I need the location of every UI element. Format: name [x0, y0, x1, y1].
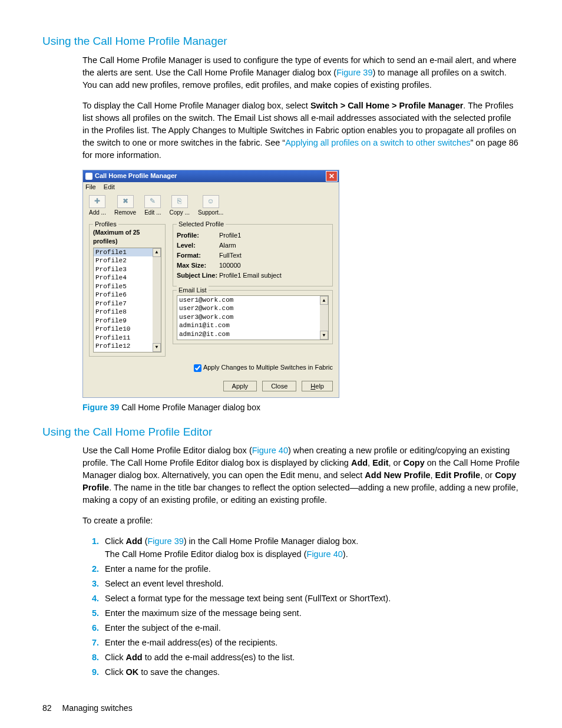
help-button[interactable]: Help [302, 381, 333, 391]
link-figure-39-step[interactable]: Figure 39 [148, 536, 184, 546]
dialog-titlebar[interactable]: Call Home Profile Manager ✕ [83, 170, 339, 182]
close-button[interactable]: Close [262, 381, 296, 391]
list-item[interactable]: admin2@it.com [177, 330, 320, 339]
menu-edit[interactable]: Edit [104, 183, 115, 190]
apply-button[interactable]: Apply [223, 381, 257, 391]
profiles-max-note: (Maximum of 25 profiles) [93, 228, 161, 246]
section-heading-profile-manager: Using the Call Home Profile Manager [42, 33, 520, 50]
link-figure-40-step[interactable]: Figure 40 [307, 549, 343, 559]
list-item[interactable]: Profile10 [94, 325, 153, 334]
list-item[interactable]: Profile7 [94, 299, 153, 308]
list-item[interactable]: Profile9 [94, 317, 153, 325]
close-icon[interactable]: ✕ [326, 171, 338, 182]
profiles-fieldset: Profiles (Maximum of 25 profiles) Profil… [89, 224, 166, 356]
scroll-up-icon[interactable]: ▲ [153, 248, 161, 257]
email-scrollbar[interactable]: ▲ ▼ [320, 296, 328, 340]
apply-multi-checkbox[interactable]: Apply Changes to Multiple Switches in Fa… [191, 364, 333, 371]
call-home-profile-manager-dialog: Call Home Profile Manager ✕ File Edit ✚ … [82, 170, 339, 398]
page-number: 82 [42, 703, 52, 713]
chapter-title: Managing switches [62, 703, 133, 713]
list-item[interactable]: Profile12 [94, 342, 153, 351]
figure-39-caption: Figure 39 Call Home Profile Manager dial… [42, 401, 520, 413]
list-item[interactable]: admin1@it.com [177, 321, 320, 330]
selected-profile-name: Profile1 [219, 231, 241, 241]
copy-button[interactable]: ⎘ Copy ... [170, 195, 190, 218]
list-item[interactable]: Profile5 [94, 282, 153, 291]
list-item[interactable]: user2@work.com [177, 304, 320, 313]
remove-icon: ✖ [117, 195, 134, 208]
email-listbox[interactable]: user1@work.comuser2@work.comuser3@work.c… [177, 295, 329, 340]
list-item[interactable]: user3@work.com [177, 313, 320, 322]
selected-format: FullText [219, 251, 242, 261]
remove-button[interactable]: ✖ Remove [114, 195, 136, 218]
copy-icon: ⎘ [171, 195, 188, 208]
edit-button[interactable]: ✎ Edit ... [144, 195, 161, 218]
para-profile-manager-1: The Call Home Profile Manager is used to… [42, 54, 520, 91]
step-1: Click Add (Figure 39) in the Call Home P… [101, 535, 520, 560]
page-footer: 82Managing switches [42, 702, 133, 714]
step-3: Select an event level threshold. [101, 578, 520, 590]
edit-icon: ✎ [144, 195, 161, 208]
email-list-fieldset: Email List user1@work.comuser2@work.comu… [173, 290, 333, 344]
dialog-title: Call Home Profile Manager [95, 172, 177, 181]
step-2: Enter a name for the profile. [101, 563, 520, 575]
step-8: Click Add to add the e-mail address(es) … [101, 651, 520, 664]
app-icon [85, 173, 92, 180]
section-heading-profile-editor: Using the Call Home Profile Editor [42, 424, 520, 440]
profiles-scrollbar[interactable]: ▲ ▼ [153, 248, 161, 352]
support-button[interactable]: ☺ Support... [198, 195, 223, 218]
scroll-down-icon[interactable]: ▼ [320, 331, 328, 340]
scroll-up-icon[interactable]: ▲ [320, 296, 328, 305]
step-4: Select a format type for the message tex… [101, 592, 520, 605]
list-item[interactable]: Profile2 [94, 256, 153, 265]
selected-subject: Profile1 Email subject [219, 271, 282, 281]
step-7: Enter the e-mail address(es) of the reci… [101, 637, 520, 649]
support-icon: ☺ [203, 195, 219, 208]
add-icon: ✚ [89, 195, 105, 208]
list-item[interactable]: user1@work.com [177, 296, 320, 305]
step-5: Enter the maximum size of the message be… [101, 607, 520, 620]
para-create-profile: To create a profile: [42, 515, 520, 527]
list-item[interactable]: Profile6 [94, 291, 153, 299]
selected-level: Alarm [219, 241, 236, 251]
list-item[interactable]: Profile11 [94, 334, 153, 342]
para-profile-editor-1: Use the Call Home Profile Editor dialog … [42, 444, 520, 506]
link-figure-39[interactable]: Figure 39 [336, 68, 372, 77]
menu-file[interactable]: File [85, 183, 96, 190]
steps-list: Click Add (Figure 39) in the Call Home P… [42, 535, 520, 678]
list-item[interactable]: Profile8 [94, 308, 153, 317]
selected-profile-fieldset: Selected Profile Profile:Profile1 Level:… [173, 224, 333, 286]
list-item[interactable]: Profile4 [94, 274, 153, 282]
step-9: Click OK to save the changes. [101, 666, 520, 678]
list-item[interactable]: Profile3 [94, 265, 153, 274]
scroll-down-icon[interactable]: ▼ [153, 343, 161, 352]
dialog-toolbar: ✚ Add ... ✖ Remove ✎ Edit ... ⎘ Copy ...… [83, 193, 339, 219]
link-apply-profiles[interactable]: Applying all profiles on a switch to oth… [285, 138, 470, 147]
list-item[interactable]: Profile1 [94, 248, 153, 257]
add-button[interactable]: ✚ Add ... [89, 195, 106, 218]
link-figure-40[interactable]: Figure 40 [252, 446, 288, 455]
step-6: Enter the subject of the e-mail. [101, 622, 520, 634]
dialog-menubar: File Edit [83, 182, 339, 193]
profiles-listbox[interactable]: Profile1Profile2Profile3Profile4Profile5… [93, 248, 161, 353]
selected-max-size: 100000 [219, 261, 241, 271]
para-profile-manager-2: To display the Call Home Profile Manager… [42, 100, 520, 162]
